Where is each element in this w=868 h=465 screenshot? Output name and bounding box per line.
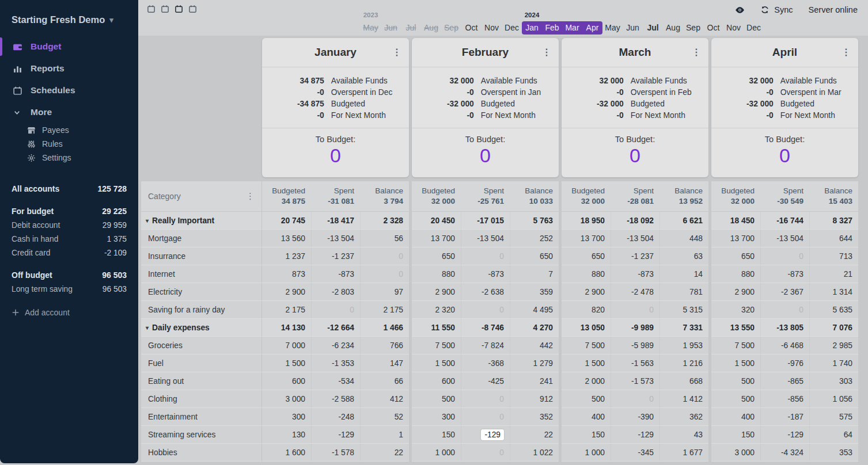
budget-file-selector[interactable]: Starting Fresh Demo ▾ [0, 12, 138, 28]
budgeted-cell[interactable]: 7 000 [262, 337, 311, 354]
balance-cell[interactable]: 8 327 [809, 212, 858, 229]
balance-cell[interactable]: 575 [809, 408, 858, 425]
spent-cell[interactable]: -18 417 [311, 212, 360, 229]
budgeted-cell[interactable]: 400 [562, 408, 611, 425]
spent-cell[interactable]: -345 [611, 444, 659, 461]
budgeted-cell[interactable]: 1 000 [562, 444, 611, 461]
balance-cell[interactable]: 4 495 [510, 301, 559, 318]
timeline-month-2023-jul[interactable]: Jul [401, 21, 421, 35]
balance-cell[interactable]: 0 [360, 247, 409, 265]
balance-cell[interactable]: 56 [360, 230, 409, 247]
spent-cell[interactable]: -1 578 [311, 444, 360, 461]
category-name-really-important[interactable]: ▾Really Important [141, 212, 262, 230]
spent-cell[interactable]: -1 237 [611, 247, 659, 265]
spent-cell[interactable]: -187 [760, 408, 809, 425]
balance-cell[interactable]: 147 [360, 355, 409, 372]
balance-cell[interactable]: 43 [659, 426, 708, 443]
timeline-month-2024-nov[interactable]: Nov [723, 21, 744, 35]
balance-cell[interactable]: 1 216 [659, 355, 708, 372]
balance-cell[interactable]: 1 056 [809, 390, 858, 407]
4-month-view-button[interactable] [187, 4, 199, 16]
timeline-month-2023-jun[interactable]: Jun [381, 21, 401, 35]
spent-cell[interactable]: -129 [760, 426, 809, 443]
spent-cell[interactable]: 0 [461, 247, 510, 265]
balance-cell[interactable]: 5 763 [510, 212, 559, 229]
spent-cell[interactable]: 0 [611, 301, 659, 318]
balance-cell[interactable]: 7 076 [809, 319, 858, 336]
balance-cell[interactable]: 7 [510, 265, 559, 283]
budgeted-cell[interactable]: 130 [262, 426, 311, 443]
balance-cell[interactable]: 353 [809, 444, 858, 461]
balance-cell[interactable]: 1 677 [659, 444, 708, 461]
budgeted-column-header[interactable]: Budgeted32 000 [711, 181, 760, 211]
spent-cell[interactable]: -856 [760, 390, 809, 407]
spent-cell[interactable]: 0 [611, 390, 659, 407]
budgeted-cell[interactable]: 500 [562, 390, 611, 407]
balance-column-header[interactable]: Balance13 952 [659, 181, 708, 211]
budgeted-cell[interactable]: 150 [711, 426, 760, 443]
timeline-month-2023-aug[interactable]: Aug [421, 21, 441, 35]
spent-cell[interactable]: -9 989 [611, 319, 659, 336]
balance-column-header[interactable]: Balance15 403 [809, 181, 858, 211]
collapse-triangle-icon[interactable]: ▾ [146, 325, 149, 331]
budgeted-cell[interactable]: 500 [711, 390, 760, 407]
balance-cell[interactable]: 5 315 [659, 301, 708, 318]
budgeted-cell[interactable]: 650 [562, 247, 611, 265]
sidebar-item-reports[interactable]: Reports [0, 58, 138, 79]
budgeted-cell[interactable]: 13 560 [262, 230, 311, 247]
balance-cell[interactable]: 2 328 [360, 212, 409, 229]
budgeted-cell[interactable]: 650 [412, 247, 461, 265]
balance-cell[interactable]: 2 985 [809, 337, 858, 354]
spent-cell[interactable]: -12 664 [311, 319, 360, 336]
spent-cell[interactable]: 0 [760, 247, 809, 265]
spent-cell[interactable]: -873 [760, 265, 809, 283]
to-budget-button[interactable]: To Budget:0 [711, 128, 858, 167]
budgeted-cell[interactable]: 13 050 [562, 319, 611, 336]
account-item-long-term-saving[interactable]: Long term saving96 503 [0, 282, 138, 296]
server-status-button[interactable]: Server online [809, 5, 858, 14]
account-item-credit-card[interactable]: Credit card-2 109 [0, 246, 138, 260]
account-all-accounts[interactable]: All accounts125 728 [0, 182, 138, 196]
balance-cell[interactable]: 252 [510, 230, 559, 247]
budgeted-cell[interactable]: 1 500 [262, 355, 311, 372]
spent-cell[interactable]: -129 [611, 426, 659, 443]
spent-cell[interactable]: -13 504 [760, 230, 809, 247]
spent-cell[interactable]: -6 234 [311, 337, 360, 354]
add-account-button[interactable]: Add account [0, 305, 138, 320]
balance-cell[interactable]: 1 [360, 426, 409, 443]
spent-cell[interactable]: -1 563 [611, 355, 659, 372]
sync-button[interactable]: Sync [760, 5, 793, 15]
balance-cell[interactable]: 97 [360, 283, 409, 300]
month-menu-button[interactable]: ⋮ [692, 48, 701, 57]
balance-cell[interactable]: 241 [510, 372, 559, 390]
budgeted-cell[interactable]: 20 450 [412, 212, 461, 229]
budgeted-cell[interactable]: 880 [711, 265, 760, 283]
balance-cell[interactable]: 22 [510, 426, 559, 443]
category-name-groceries[interactable]: Groceries [141, 337, 262, 355]
budgeted-cell[interactable]: 7 500 [412, 337, 461, 354]
edited-spent-cell[interactable]: -129 [461, 426, 510, 443]
timeline-month-2023-oct[interactable]: Oct [461, 21, 482, 35]
spent-cell[interactable]: -18 092 [611, 212, 659, 229]
budgeted-cell[interactable]: 20 745 [262, 212, 311, 229]
spent-cell[interactable]: 0 [311, 301, 360, 318]
spent-cell[interactable]: -13 504 [611, 230, 659, 247]
spent-cell[interactable]: -8 746 [461, 319, 510, 336]
timeline-month-2023-dec[interactable]: Dec [502, 21, 522, 35]
spent-cell[interactable]: -13 504 [311, 230, 360, 247]
spent-cell[interactable]: -1 573 [611, 372, 659, 390]
budgeted-cell[interactable]: 1 500 [412, 355, 461, 372]
sidebar-item-schedules[interactable]: Schedules [0, 79, 138, 101]
budgeted-cell[interactable]: 1 500 [562, 355, 611, 372]
budgeted-cell[interactable]: 3 000 [711, 444, 760, 461]
budgeted-cell[interactable]: 300 [262, 408, 311, 425]
balance-cell[interactable]: 1 953 [659, 337, 708, 354]
sidebar-item-settings[interactable]: Settings [0, 151, 138, 165]
balance-cell[interactable]: 1 466 [360, 319, 409, 336]
budgeted-cell[interactable]: 600 [412, 372, 461, 390]
sidebar-item-budget[interactable]: Budget [0, 36, 138, 58]
balance-cell[interactable]: 303 [809, 372, 858, 390]
spent-cell[interactable]: -2 638 [461, 283, 510, 300]
spent-cell[interactable]: -129 [311, 426, 360, 443]
balance-cell[interactable]: 912 [510, 390, 559, 407]
